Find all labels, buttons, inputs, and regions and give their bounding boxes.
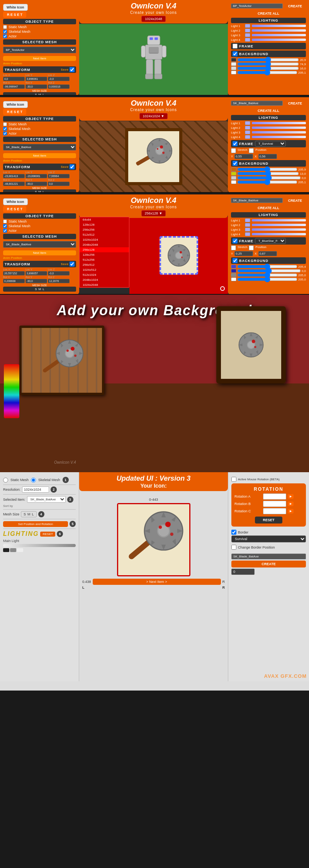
static-mesh-checkbox-2[interactable] bbox=[3, 122, 7, 126]
mesh-l-3[interactable]: L bbox=[42, 287, 44, 291]
next-item-btn-3[interactable]: Next Item bbox=[3, 250, 76, 255]
actor-checkbox-2[interactable] bbox=[3, 132, 7, 135]
mesh-l-1[interactable]: L bbox=[42, 93, 44, 96]
frame-select-3[interactable]: T_BlueStar_Frame bbox=[255, 238, 286, 244]
bottom-create-btn[interactable]: CREATE bbox=[231, 561, 306, 567]
light-4-color-2[interactable] bbox=[245, 135, 250, 139]
frame-checkbox-2[interactable] bbox=[233, 141, 238, 146]
next-item-btn-bottom[interactable]: > Next Item > bbox=[93, 579, 221, 585]
actor-checkbox-3[interactable] bbox=[3, 229, 7, 233]
next-item-btn-1[interactable]: Next Item bbox=[3, 56, 76, 61]
bg-swatch-3-2[interactable] bbox=[231, 176, 236, 180]
frame-pos-cb-3[interactable] bbox=[249, 245, 254, 250]
frame-x-2[interactable] bbox=[258, 154, 277, 159]
reset-button-2[interactable]: R E S E T bbox=[3, 109, 26, 115]
rot-y-3[interactable] bbox=[25, 279, 47, 283]
bg-slider-4-3[interactable] bbox=[237, 278, 297, 281]
frame-select-2[interactable]: T_Survival bbox=[255, 141, 286, 147]
frame-stretch-cb-2[interactable] bbox=[231, 148, 236, 153]
resolution-btn-1[interactable]: 1024x2048 bbox=[141, 16, 166, 22]
frame-y-3[interactable] bbox=[234, 251, 253, 256]
bg-swatch-1-1[interactable] bbox=[231, 58, 236, 62]
light-3-slider-3[interactable] bbox=[252, 228, 306, 231]
size-option-64x64[interactable]: 64x64 bbox=[80, 217, 129, 222]
light-3-slider-2[interactable] bbox=[252, 131, 306, 133]
actor-checkbox-1[interactable] bbox=[3, 34, 7, 38]
light-1-color-2[interactable] bbox=[245, 121, 250, 125]
size-option-1024x2048[interactable]: 1024x2048 bbox=[80, 282, 129, 287]
light-1-slider-1[interactable] bbox=[252, 25, 306, 27]
rotation-a-input[interactable] bbox=[263, 493, 286, 500]
resolution-btn-2[interactable]: 1024x1024 ▼ bbox=[139, 113, 168, 119]
save-label-3[interactable]: Save bbox=[61, 263, 69, 265]
bg-swatch-3-3[interactable] bbox=[231, 273, 236, 277]
frame-y-2[interactable] bbox=[234, 154, 253, 159]
static-mesh-checkbox-3[interactable] bbox=[3, 220, 7, 223]
size-option-512x256[interactable]: 512x256 bbox=[80, 257, 129, 262]
size-option-512x512[interactable]: 512x512 bbox=[80, 232, 129, 237]
bg-swatch-1-3[interactable] bbox=[231, 265, 236, 269]
light-3-slider-1[interactable] bbox=[252, 34, 306, 36]
set-position-btn[interactable]: Set Position and Rotation bbox=[3, 521, 68, 527]
light-4-color-1[interactable] bbox=[245, 38, 250, 42]
loc-x-3[interactable] bbox=[3, 271, 25, 275]
light-swatch-2-bottom[interactable] bbox=[10, 548, 16, 552]
white-icon-button-3[interactable]: White Icon bbox=[3, 198, 28, 205]
save-label-2[interactable]: Save bbox=[61, 165, 69, 168]
static-mesh-radio[interactable] bbox=[3, 478, 8, 483]
light-2-slider-2[interactable] bbox=[252, 127, 306, 129]
transform-checkbox-3[interactable] bbox=[70, 262, 75, 267]
rotation-c-btn[interactable]: ▶ bbox=[288, 509, 294, 513]
bottom-mesh-input[interactable] bbox=[231, 554, 306, 559]
light-2-color-2[interactable] bbox=[245, 126, 250, 130]
rot-x-1[interactable] bbox=[3, 84, 25, 89]
reset-button-3[interactable]: R E S E T bbox=[3, 206, 26, 212]
mesh-select-3[interactable]: SK_Blade_BatAxe bbox=[3, 241, 76, 248]
mesh-s-3[interactable]: S bbox=[35, 287, 37, 291]
size-option-512x1024[interactable]: 512x1024 bbox=[80, 272, 129, 277]
bg-slider-4-1[interactable] bbox=[237, 71, 297, 74]
light-4-slider-1[interactable] bbox=[252, 39, 306, 41]
resolution-btn-3[interactable]: 256x128 ▼ bbox=[141, 210, 166, 216]
bg-checkbox-1[interactable] bbox=[233, 51, 238, 56]
loc-y-2[interactable] bbox=[25, 174, 47, 178]
light-1-color-3[interactable] bbox=[245, 218, 250, 222]
light-1-slider-3[interactable] bbox=[252, 219, 306, 221]
light-3-color-2[interactable] bbox=[245, 130, 250, 134]
white-icon-button-2[interactable]: White Icon bbox=[3, 101, 28, 108]
size-option-128x128[interactable]: 128x128 bbox=[80, 222, 129, 227]
create-btn-1[interactable]: CREATE bbox=[284, 3, 306, 9]
mesh-size-s[interactable]: S bbox=[24, 512, 26, 516]
loc-z-3[interactable] bbox=[48, 271, 70, 275]
frame-checkbox-1[interactable] bbox=[233, 44, 238, 49]
mesh-m-3[interactable]: M bbox=[39, 287, 41, 291]
loc-x-1[interactable] bbox=[3, 77, 25, 81]
size-option-1024x512[interactable]: 1024x512 bbox=[80, 267, 129, 272]
next-item-btn-2[interactable]: Next Item bbox=[3, 153, 76, 158]
rot-x-2[interactable] bbox=[3, 182, 25, 186]
selected-item-select[interactable]: SK_Blade_BatAxe bbox=[27, 496, 66, 503]
bg-swatch-2-1[interactable] bbox=[231, 62, 236, 66]
mesh-m-1[interactable]: M bbox=[39, 93, 41, 96]
skeletal-mesh-checkbox-2[interactable] bbox=[3, 127, 7, 131]
create-btn-3[interactable]: CREATE bbox=[284, 198, 306, 204]
skeletal-mesh-checkbox-1[interactable] bbox=[3, 30, 7, 34]
static-mesh-checkbox-1[interactable] bbox=[3, 25, 7, 29]
light-2-slider-1[interactable] bbox=[252, 29, 306, 32]
light-3-color-3[interactable] bbox=[245, 228, 250, 231]
rotation-b-btn[interactable]: ▶ bbox=[288, 502, 294, 506]
light-swatch-1-bottom[interactable] bbox=[3, 548, 9, 552]
bg-swatch-1-2[interactable] bbox=[231, 167, 236, 171]
right-mesh-input-1[interactable] bbox=[231, 3, 283, 8]
transform-checkbox-2[interactable] bbox=[70, 164, 75, 169]
rot-z-1[interactable] bbox=[48, 84, 70, 89]
mesh-s-1[interactable]: S bbox=[35, 93, 37, 96]
bg-swatch-4-3[interactable] bbox=[231, 277, 236, 281]
mesh-s-2[interactable]: S bbox=[35, 190, 37, 193]
mesh-l-2[interactable]: L bbox=[42, 190, 44, 193]
border-select[interactable]: Survival bbox=[231, 535, 306, 542]
create-all-btn-3[interactable]: CREATE ALL bbox=[231, 205, 306, 211]
light-4-slider-2[interactable] bbox=[252, 136, 306, 138]
border-checkbox[interactable] bbox=[231, 530, 236, 535]
create-all-btn-2[interactable]: CREATE ALL bbox=[231, 108, 306, 114]
